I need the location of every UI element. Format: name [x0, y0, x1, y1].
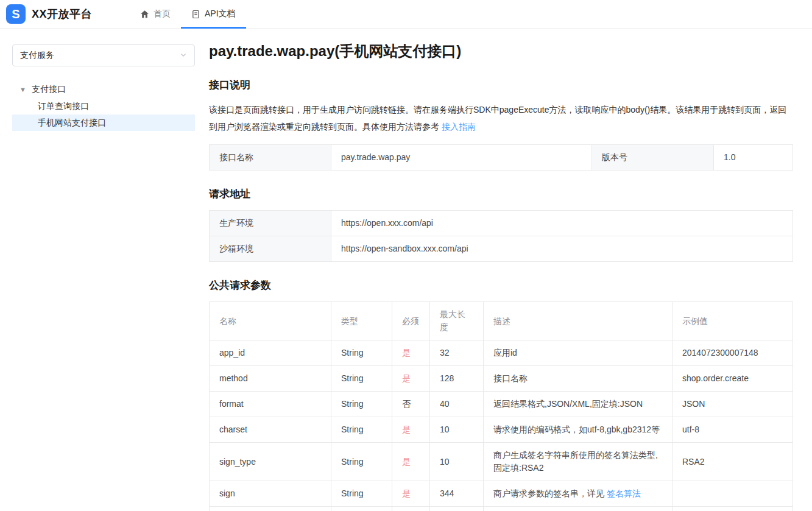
table-row: 接口名称 pay.trade.wap.pay 版本号 1.0 — [210, 145, 793, 171]
sidebar-item-wap-pay[interactable]: 手机网站支付接口 — [12, 115, 195, 131]
param-max-length: 19 — [430, 507, 484, 511]
param-row: signString是344商户请求参数的签名串，详见 签名算法 — [210, 481, 793, 507]
caret-down-icon: ▼ — [19, 86, 26, 93]
param-row: methodString是128接口名称shop.order.create — [210, 366, 793, 392]
tree-group-payment-api[interactable]: ▼ 支付接口 — [12, 81, 195, 98]
top-nav: 首页 API文档 — [130, 0, 246, 28]
param-example: 2014-07-24 03:07:50 — [673, 507, 793, 511]
sidebar: 支付服务 ▼ 支付接口 订单查询接口 手机网站支付接口 — [12, 29, 195, 511]
page-title: pay.trade.wap.pay(手机网站支付接口) — [209, 41, 793, 62]
column-header: 名称 — [210, 302, 331, 340]
env-value: https://open-sandbox.xxx.com/api — [331, 236, 793, 262]
param-row: formatString否40返回结果格式,JSON/XML,固定填:JSONJ… — [210, 392, 793, 417]
param-required: 否 — [392, 392, 430, 417]
sidebar-item-order-query[interactable]: 订单查询接口 — [12, 98, 195, 115]
param-type: String — [331, 392, 392, 417]
param-required: 是 — [392, 481, 430, 507]
interface-description: 该接口是页面跳转接口，用于生成用户访问跳转链接。请在服务端执行SDK中pageE… — [209, 101, 793, 135]
param-max-length: 344 — [430, 481, 484, 507]
param-desc: 请求使用的编码格式，如utf-8,gbk,gb2312等 — [484, 417, 673, 443]
params-header-row: 名称类型必须最大长度描述示例值 — [210, 302, 793, 340]
param-required: 是 — [392, 340, 430, 366]
home-icon — [140, 10, 149, 19]
section-heading-request-url: 请求地址 — [209, 188, 793, 201]
brand: S XX开放平台 — [6, 0, 92, 28]
interface-name-label: 接口名称 — [210, 145, 331, 171]
version-value: 1.0 — [714, 145, 793, 171]
param-type: String — [331, 507, 392, 511]
param-desc: 发送请求的时间，格式"yyyy-MM-dd HH:mm:ss" — [484, 507, 673, 511]
param-desc: 应用id — [484, 340, 673, 366]
param-name: charset — [210, 417, 331, 443]
param-example: utf-8 — [673, 417, 793, 443]
app-logo: S — [6, 4, 26, 24]
param-name: sign — [210, 481, 331, 507]
param-type: String — [331, 481, 392, 507]
service-select[interactable]: 支付服务 — [12, 44, 195, 66]
param-type: String — [331, 366, 392, 392]
nav-item-api-docs[interactable]: API文档 — [181, 0, 246, 28]
section-heading-common-params: 公共请求参数 — [209, 279, 793, 292]
interface-name-value: pay.trade.wap.pay — [331, 145, 592, 171]
document-icon — [191, 10, 200, 19]
chevron-down-icon — [180, 51, 187, 60]
env-label: 沙箱环境 — [210, 236, 331, 262]
param-max-length: 10 — [430, 443, 484, 481]
interface-info-table: 接口名称 pay.trade.wap.pay 版本号 1.0 — [209, 144, 793, 171]
param-row: timestampString是19发送请求的时间，格式"yyyy-MM-dd … — [210, 507, 793, 511]
nav-item-label: 首页 — [154, 9, 171, 19]
app-header: S XX开放平台 首页 API文档 — [0, 0, 812, 29]
param-row: app_idString是32应用id2014072300007148 — [210, 340, 793, 366]
column-header: 最大长度 — [430, 302, 484, 340]
common-params-table: 名称类型必须最大长度描述示例值 app_idString是32应用id20140… — [209, 301, 793, 511]
param-desc: 商户请求参数的签名串，详见 签名算法 — [484, 481, 673, 507]
link-sign-algorithm[interactable]: 签名算法 — [607, 488, 641, 498]
tree-group-label: 支付接口 — [32, 84, 66, 95]
params-table-body: app_idString是32应用id2014072300007148metho… — [210, 340, 793, 511]
column-header: 示例值 — [673, 302, 793, 340]
param-required: 是 — [392, 366, 430, 392]
param-row: sign_typeString是10商户生成签名字符串所使用的签名算法类型,固定… — [210, 443, 793, 481]
interface-description-text: 该接口是页面跳转接口，用于生成用户访问跳转链接。请在服务端执行SDK中pageE… — [209, 105, 786, 132]
param-name: app_id — [210, 340, 331, 366]
param-required: 是 — [392, 417, 430, 443]
param-max-length: 40 — [430, 392, 484, 417]
table-row: 沙箱环境https://open-sandbox.xxx.com/api — [210, 236, 793, 262]
column-header: 类型 — [331, 302, 392, 340]
param-example: shop.order.create — [673, 366, 793, 392]
param-name: format — [210, 392, 331, 417]
param-type: String — [331, 340, 392, 366]
param-name: timestamp — [210, 507, 331, 511]
env-label: 生产环境 — [210, 211, 331, 236]
page-content: 支付服务 ▼ 支付接口 订单查询接口 手机网站支付接口 pay.trade.wa… — [0, 29, 812, 511]
param-required: 是 — [392, 443, 430, 481]
nav-item-label: API文档 — [205, 9, 236, 19]
param-example: 2014072300007148 — [673, 340, 793, 366]
service-select-value: 支付服务 — [20, 50, 54, 61]
column-header: 描述 — [484, 302, 673, 340]
nav-item-home[interactable]: 首页 — [130, 0, 181, 28]
param-desc: 接口名称 — [484, 366, 673, 392]
param-example: RSA2 — [673, 443, 793, 481]
param-example: JSON — [673, 392, 793, 417]
request-url-table: 生产环境https://open.xxx.com/api沙箱环境https://… — [209, 210, 793, 262]
env-value: https://open.xxx.com/api — [331, 211, 793, 236]
param-desc: 商户生成签名字符串所使用的签名算法类型,固定填:RSA2 — [484, 443, 673, 481]
column-header: 必须 — [392, 302, 430, 340]
version-label: 版本号 — [592, 145, 714, 171]
param-row: charsetString是10请求使用的编码格式，如utf-8,gbk,gb2… — [210, 417, 793, 443]
param-max-length: 128 — [430, 366, 484, 392]
param-required: 是 — [392, 507, 430, 511]
param-example — [673, 481, 793, 507]
param-type: String — [331, 443, 392, 481]
param-type: String — [331, 417, 392, 443]
param-name: method — [210, 366, 331, 392]
param-name: sign_type — [210, 443, 331, 481]
api-tree: ▼ 支付接口 订单查询接口 手机网站支付接口 — [12, 81, 195, 131]
section-heading-interface-desc: 接口说明 — [209, 79, 793, 92]
param-max-length: 32 — [430, 340, 484, 366]
request-url-table-body: 生产环境https://open.xxx.com/api沙箱环境https://… — [210, 211, 793, 262]
link-access-guide[interactable]: 接入指南 — [442, 122, 476, 132]
main-content: pay.trade.wap.pay(手机网站支付接口) 接口说明 该接口是页面跳… — [209, 29, 793, 511]
param-max-length: 10 — [430, 417, 484, 443]
